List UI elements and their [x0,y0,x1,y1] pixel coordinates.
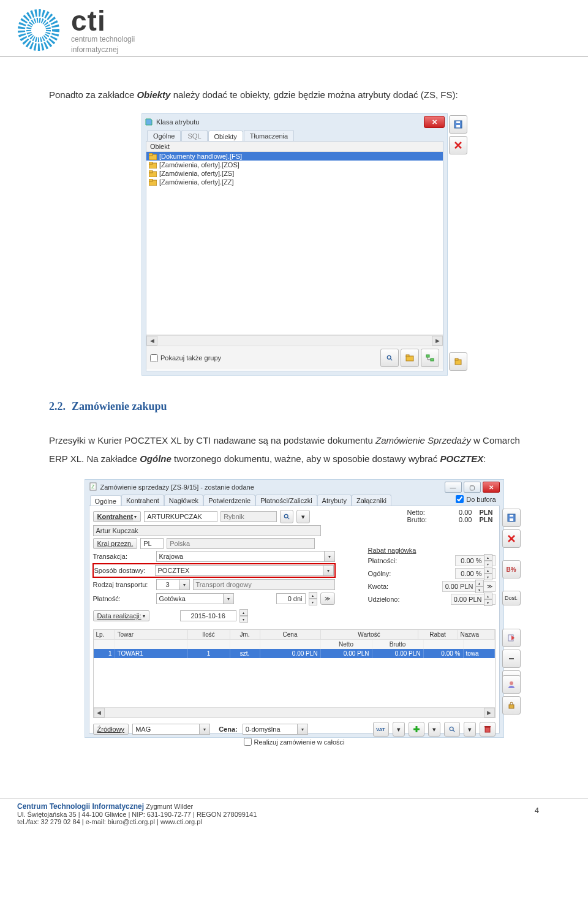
pln-label: PLN [480,509,493,516]
grid-scrollbar[interactable]: ◀▶ [94,707,495,718]
section-heading: 2.2.Zamówienie zakupu [49,400,539,413]
add-folder-button[interactable] [401,349,419,367]
cena-dropdown[interactable]: 0-domyślna▾ [243,724,308,735]
dost-button[interactable]: Dost. [502,591,521,605]
tab-kontrahent[interactable]: Kontrahent [121,495,164,506]
do-bufora-label: Do bufora [466,496,496,503]
tab-obiekty[interactable]: Obiekty [208,131,243,142]
list-item[interactable]: [Dokumenty handlowe].[FS] [146,152,443,161]
footer-title-pre: Centrum Technologii Informatycznej [17,802,144,811]
rodzaj-num-dropdown[interactable]: 3▾ [156,579,190,590]
delete-button[interactable] [480,722,496,737]
cancel-button[interactable] [502,529,521,548]
rodzaj-num: 3 [156,579,179,590]
show-groups-label: Pokazuj także grupy [160,354,221,362]
tab-sql[interactable]: SQL [181,130,207,141]
cancel-button[interactable] [449,136,467,154]
data-value[interactable]: 2015-10-16 [180,610,236,621]
udzielono-label: Udzielono: [368,594,401,604]
brand-name: cti [71,9,135,34]
sposob-label: Sposób dostawy: [94,566,152,575]
cell-lp: 1 [94,649,115,658]
cell-rabat: 0.00 % [424,649,464,658]
folder-icon [149,170,157,177]
footer-title-post: Zygmunt Wilder [144,803,193,810]
tab-ogolne[interactable]: Ogólne [147,130,181,141]
dropdown-button[interactable]: ▾ [393,722,405,737]
percent-button[interactable]: B% [502,560,521,578]
platnosc-dropdown[interactable]: Gotówka▾ [156,593,234,604]
zrodlowy-button[interactable]: Źródłowy [93,724,129,735]
sposob-value: POCZTEX [155,565,323,576]
attach-button[interactable] [449,352,467,371]
tab-naglowek[interactable]: Nagłówek [164,495,203,506]
tab-tlumaczenia[interactable]: Tłumaczenia [244,130,294,141]
search-button[interactable] [444,722,460,737]
dni-spinner[interactable]: ▴▾ [309,592,317,605]
search-button[interactable] [280,510,293,523]
list-item[interactable]: [Zamówienia, oferty].[ZZ] [146,178,443,186]
page-footer: Centrum Technologii Informatycznej Zygmu… [0,798,588,836]
platnosc-label: Płatność: [93,594,153,604]
list-item-label: [Zamówienia, oferty].[ZOS] [159,161,239,169]
close-button[interactable]: ✕ [424,116,445,128]
tab-ogolne[interactable]: Ogólne [90,495,121,506]
chevron-down-icon: ▾ [179,579,190,590]
dropdown-button[interactable]: ▾ [464,722,476,737]
minimize-button[interactable]: — [445,482,462,493]
data-realizacji-button[interactable]: Data realizacji: ▾ [93,610,149,621]
show-groups-checkbox[interactable]: Pokazuj także grupy [150,354,221,362]
list-item[interactable]: [Zamówienia, oferty].[ZS] [146,169,443,178]
do-bufora-checkbox[interactable]: Do bufora [456,495,498,506]
date-spinner[interactable]: ▴▾ [239,609,248,623]
list-item[interactable]: [Zamówienia, oferty].[ZOS] [146,161,443,169]
export-button[interactable] [502,629,521,647]
folder-icon [149,179,157,186]
col-lp: Lp. [94,630,115,639]
dlg2-tabs: Ogólne Kontrahent Nagłówek Potwierdzenie… [85,495,503,506]
save-button[interactable] [449,115,467,134]
dni-input[interactable]: 0 dni [276,593,306,604]
col-nazwa: Nazwa [458,630,495,639]
doc-icon: Z [89,482,97,492]
maximize-button[interactable]: ▢ [464,482,481,493]
brutto-label: Brutto: [407,516,438,523]
user-button[interactable] [502,675,521,694]
list-item-label: [Zamówienia, oferty].[ZS] [159,170,234,177]
brand-sub1: centrum technologii [71,35,135,44]
dlg1-bottom-side [449,352,467,371]
forward-button[interactable]: ≫ [320,593,335,605]
table-row[interactable]: 1 TOWAR1 1 szt. 0.00 PLN 0.00 PLN 0.00 P… [94,649,495,658]
udzielono-value: 0.00 PLN▴▾ [451,594,496,605]
tab-atrybuty[interactable]: Atrybuty [317,495,352,506]
save-button[interactable] [502,509,521,527]
tab-zalaczniki[interactable]: Załączniki [352,495,391,506]
kontrahent-input[interactable]: ARTURKUPCZAK [144,511,217,522]
kraj-button[interactable]: Kraj przezn. [93,538,138,549]
kraj-code-input[interactable]: PL [140,538,164,549]
tree-button[interactable] [421,349,439,367]
dropdown-button[interactable]: ▾ [428,722,440,737]
scrollbar[interactable]: ◀▶ [146,335,443,346]
sposob-dropdown[interactable]: POCZTEX▾ [155,565,334,576]
expand-button[interactable]: ▾ [296,510,310,523]
kontrahent-button[interactable]: Kontrahent ▾ [93,511,141,522]
minus-button[interactable] [502,650,521,668]
book-icon [145,118,153,126]
vat-button[interactable]: VAT [373,722,389,737]
transakcja-dropdown[interactable]: Krajowa▾ [156,551,335,562]
p1-post: należy dodać te obiekty, gdzie będzie mo… [170,89,458,100]
tab-potwierdzenie[interactable]: Potwierdzenie [203,495,255,506]
zrodlowy-dropdown[interactable]: MAG▾ [132,724,210,735]
search-button[interactable] [380,349,399,367]
realizuj-checkbox[interactable]: Realizuj zamówienie w całości [244,738,345,746]
rabat-heading: Rabat nagłówka [368,545,496,555]
page-header: cti centrum technologii informatycznej [0,0,588,57]
tab-platnosci[interactable]: Płatności/Zaliczki [255,495,317,506]
lock-button[interactable] [502,696,521,714]
brutto-value: 0.00 [445,516,472,523]
p2-t4: : [483,453,486,464]
close-button[interactable]: ✕ [483,482,500,493]
folder-icon [149,162,157,169]
add-button[interactable] [409,722,424,737]
